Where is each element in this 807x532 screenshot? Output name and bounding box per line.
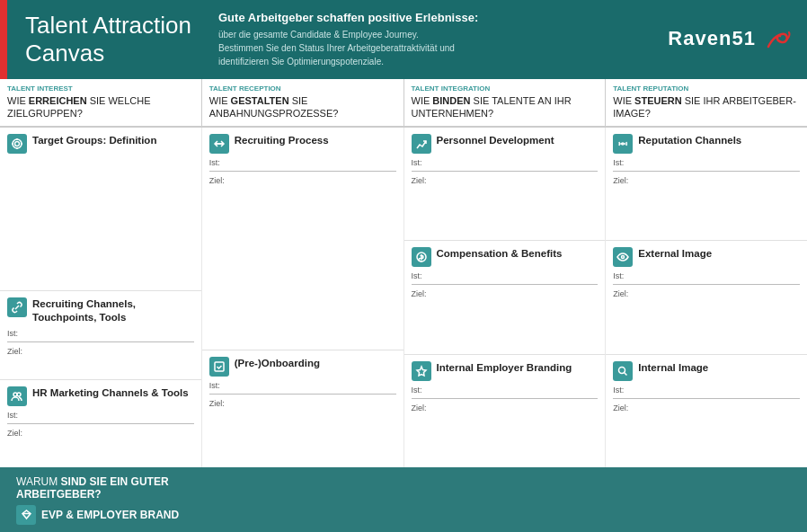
header-logo: Raven51 [668, 27, 791, 52]
target-icon [7, 134, 27, 154]
hr-marketing-title: HR Marketing Channels & Tools [32, 386, 189, 400]
recruiting-channels-title: Recruiting Channels, Touchpoints, Tools [32, 297, 194, 324]
footer: WARUM SIND SIE EIN GUTER ARBEITGEBER? EV… [0, 467, 807, 532]
eye-icon [613, 247, 633, 267]
column-talent-reception: Recruiting Process Ist: Ziel: (Pre-)Onbo… [202, 128, 404, 467]
arrows-icon [209, 134, 229, 154]
column-talent-integration: Personnel Development Ist: Ziel: Compens… [404, 128, 606, 467]
header-center: Gute Arbeitgeber schaffen positive Erleb… [191, 11, 668, 68]
link-icon [7, 297, 27, 317]
diamond-icon [16, 505, 36, 525]
svg-point-1 [15, 141, 20, 146]
header-left: Talent Attraction Canvas [16, 12, 191, 67]
cell-reputation-channels: Reputation Channels Ist: Ziel: [606, 128, 807, 240]
coin-icon [412, 247, 431, 267]
footer-question: WARUM SIND SIE EIN GUTER ARBEITGEBER? [16, 475, 791, 501]
cell-recruiting-process: Recruiting Process Ist: Ziel: [202, 128, 404, 350]
reputation-channels-title: Reputation Channels [638, 134, 741, 147]
col-header-talent-integration: Talent Integration WIE BINDEN SIE TALENT… [404, 79, 607, 126]
cell-hr-marketing: HR Marketing Channels & Tools Ist: Ziel: [0, 380, 201, 467]
header-subtitle: Gute Arbeitgeber schaffen positive Erleb… [218, 11, 641, 24]
internal-employer-branding-title: Internal Employer Branding [437, 361, 572, 375]
svg-point-12 [619, 367, 625, 373]
check-icon [209, 357, 229, 377]
svg-rect-8 [215, 362, 224, 371]
cell-external-image: External Image Ist: Ziel: [606, 241, 807, 353]
cell-internal-employer-branding: Internal Employer Branding Ist: Ziel: [404, 355, 606, 467]
external-image-title: External Image [638, 247, 712, 261]
cell-recruiting-channels: Recruiting Channels, Touchpoints, Tools … [0, 291, 201, 378]
red-accent [0, 0, 7, 79]
cell-internal-image: Internal Image Ist: Ziel: [606, 355, 807, 467]
column-talent-interest: Target Groups: Definition Recruiting Cha… [0, 128, 201, 467]
growth-icon [412, 134, 431, 154]
logo-bird-icon [764, 27, 791, 52]
column-talent-reputation: Reputation Channels Ist: Ziel: External … [606, 128, 807, 467]
col-header-talent-reception: Talent Reception WIE GESTALTEN SIE ANBAH… [202, 79, 404, 126]
canvas-wrapper: Talent Attraction Canvas Gute Arbeitgebe… [0, 0, 807, 532]
internal-image-title: Internal Image [638, 361, 708, 375]
cell-personnel-development: Personnel Development Ist: Ziel: [404, 128, 606, 240]
svg-point-11 [622, 256, 625, 259]
cell-target-groups: Target Groups: Definition [0, 128, 201, 291]
header-title: Talent Attraction Canvas [25, 12, 191, 67]
svg-point-0 [13, 139, 22, 148]
header-desc: über die gesamte Candidate & Employee Jo… [218, 28, 641, 68]
personnel-development-title: Personnel Development [437, 134, 554, 147]
pre-onboarding-title: (Pre-)Onboarding [235, 357, 320, 370]
target-groups-title: Target Groups: Definition [32, 134, 156, 147]
footer-label: EVP & EMPLOYER BRAND [41, 509, 179, 521]
main-grid: Target Groups: Definition Recruiting Cha… [0, 127, 807, 467]
column-headers: Talent Interest WIE ERREICHEN SIE WELCHE… [0, 79, 807, 127]
col-header-talent-interest: Talent Interest WIE ERREICHEN SIE WELCHE… [0, 79, 202, 126]
people-icon [7, 386, 27, 406]
cell-pre-onboarding: (Pre-)Onboarding Ist: Ziel: [202, 350, 404, 467]
footer-inner: WARUM SIND SIE EIN GUTER ARBEITGEBER? EV… [16, 475, 791, 525]
recruiting-process-title: Recruiting Process [235, 134, 329, 147]
footer-content: EVP & EMPLOYER BRAND [16, 505, 791, 525]
header: Talent Attraction Canvas Gute Arbeitgebe… [0, 0, 807, 79]
star-icon [412, 361, 431, 381]
col-header-talent-reputation: Talent Reputation WIE STEUERN SIE IHR AR… [606, 79, 807, 126]
broadcast-icon [613, 134, 633, 154]
compensation-benefits-title: Compensation & Benefits [437, 247, 563, 261]
svg-point-10 [622, 143, 624, 145]
svg-point-7 [17, 393, 21, 396]
cell-compensation-benefits: Compensation & Benefits Ist: Ziel: [404, 241, 606, 353]
search-icon [613, 361, 633, 381]
